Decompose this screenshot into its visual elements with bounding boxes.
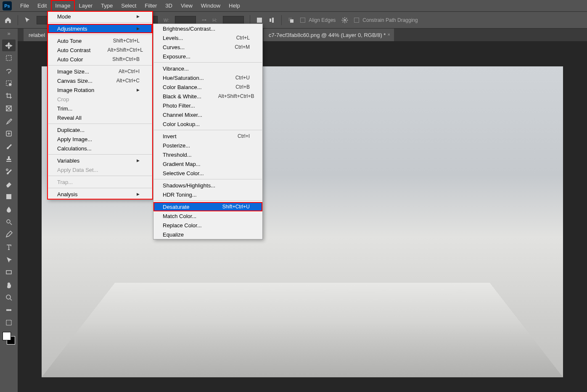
menu-item-invert[interactable]: InvertCtrl+I bbox=[153, 132, 262, 141]
separator bbox=[281, 15, 282, 25]
color-swatches[interactable] bbox=[3, 332, 15, 345]
menu-separator bbox=[48, 22, 152, 23]
menu-image[interactable]: Image bbox=[51, 0, 74, 12]
edit-toolbar-tool[interactable] bbox=[2, 317, 16, 329]
menu-shortcut: Ctrl+U bbox=[235, 75, 250, 81]
lasso-tool[interactable] bbox=[2, 65, 16, 76]
pen-tool[interactable] bbox=[2, 229, 16, 240]
close-icon[interactable]: × bbox=[387, 32, 392, 37]
crop-tool[interactable] bbox=[2, 90, 16, 102]
menu-item-hue-saturation-[interactable]: Hue/Saturation...Ctrl+U bbox=[153, 73, 262, 82]
eraser-tool[interactable] bbox=[2, 178, 16, 190]
gradient-tool[interactable] bbox=[2, 191, 16, 203]
menu-item-color-lookup-[interactable]: Color Lookup... bbox=[153, 119, 262, 129]
menu-view[interactable]: View bbox=[177, 0, 197, 12]
width-input[interactable] bbox=[175, 16, 196, 24]
height-input[interactable] bbox=[223, 16, 244, 24]
menu-item-label: Analysis bbox=[57, 191, 77, 197]
quick-select-tool[interactable] bbox=[2, 77, 16, 89]
menu-item-label: Gradient Map... bbox=[163, 161, 201, 167]
menu-item-posterize-[interactable]: Posterize... bbox=[153, 141, 262, 150]
menu-item-apply-data-set-: Apply Data Set... bbox=[48, 165, 152, 174]
move-tool[interactable] bbox=[2, 39, 16, 51]
menu-item-duplicate-[interactable]: Duplicate... bbox=[48, 125, 152, 134]
menu-item-label: Image Size... bbox=[57, 68, 89, 75]
eyedropper-tool[interactable] bbox=[2, 115, 16, 127]
menu-item-reveal-all[interactable]: Reveal All bbox=[48, 113, 152, 122]
menu-item-label: Selective Color... bbox=[163, 170, 204, 176]
menu-item-threshold-[interactable]: Threshold... bbox=[153, 150, 262, 159]
menu-item-equalize[interactable]: Equalize bbox=[153, 230, 262, 239]
menu-item-curves-[interactable]: Curves...Ctrl+M bbox=[153, 42, 262, 52]
frame-tool[interactable] bbox=[2, 103, 16, 114]
menu-item-image-rotation[interactable]: Image Rotation bbox=[48, 85, 152, 95]
menu-item-mode[interactable]: Mode bbox=[48, 12, 152, 21]
menu-separator bbox=[48, 124, 152, 124]
menu-item-hdr-toning-[interactable]: HDR Toning... bbox=[153, 190, 262, 199]
svg-rect-1 bbox=[270, 18, 271, 22]
menu-separator bbox=[48, 34, 152, 35]
menu-item-analysis[interactable]: Analysis bbox=[48, 189, 152, 199]
menu-item-photo-filter-[interactable]: Photo Filter... bbox=[153, 101, 262, 110]
stamp-tool[interactable] bbox=[2, 153, 16, 165]
menu-item-calculations-[interactable]: Calculations... bbox=[48, 144, 152, 153]
menu-item-match-color-[interactable]: Match Color... bbox=[153, 211, 262, 221]
rectangle-tool[interactable] bbox=[2, 266, 16, 278]
align-edges-check[interactable]: Align Edges bbox=[300, 17, 336, 23]
menu-item-color-balance-[interactable]: Color Balance...Ctrl+B bbox=[153, 82, 262, 92]
menu-item-black-white-[interactable]: Black & White...Alt+Shift+Ctrl+B bbox=[153, 92, 262, 101]
menu-filter[interactable]: Filter bbox=[140, 0, 161, 12]
hand-tool[interactable] bbox=[2, 279, 16, 291]
h-label: H: bbox=[212, 18, 217, 23]
menu-item-replace-color-[interactable]: Replace Color... bbox=[153, 221, 262, 230]
toolbox-collapse-icon[interactable]: » bbox=[0, 29, 18, 38]
menu-type[interactable]: Type bbox=[97, 0, 117, 12]
menu-file[interactable]: File bbox=[16, 0, 33, 12]
menu-help[interactable]: Help bbox=[225, 0, 244, 12]
menu-item-image-size-[interactable]: Image Size...Alt+Ctrl+I bbox=[48, 67, 152, 76]
menu-item-vibrance-[interactable]: Vibrance... bbox=[153, 64, 262, 73]
align-icon[interactable] bbox=[269, 17, 275, 24]
pointer-icon[interactable] bbox=[24, 17, 31, 24]
menu-item-auto-color[interactable]: Auto ColorShift+Ctrl+B bbox=[48, 55, 152, 64]
type-tool[interactable] bbox=[2, 241, 16, 253]
menu-item-variables[interactable]: Variables bbox=[48, 156, 152, 165]
path-ops-icon[interactable] bbox=[256, 17, 263, 24]
menu-item-shadows-highlights-[interactable]: Shadows/Highlights... bbox=[153, 181, 262, 190]
home-icon[interactable] bbox=[4, 16, 12, 24]
menu-item-apply-image-[interactable]: Apply Image... bbox=[48, 134, 152, 144]
menu-item-levels-[interactable]: Levels...Ctrl+L bbox=[153, 33, 262, 42]
more-tool[interactable] bbox=[2, 304, 16, 316]
arrange-icon[interactable] bbox=[288, 17, 294, 24]
marquee-tool[interactable] bbox=[2, 52, 16, 64]
menu-item-adjustments[interactable]: Adjustments bbox=[48, 24, 152, 33]
menu-item-label: Levels... bbox=[163, 35, 183, 41]
menu-window[interactable]: Window bbox=[197, 0, 225, 12]
healing-tool[interactable] bbox=[2, 128, 16, 139]
menu-item-desaturate[interactable]: DesaturateShift+Ctrl+U bbox=[153, 202, 262, 211]
menu-item-auto-contrast[interactable]: Auto ContrastAlt+Shift+Ctrl+L bbox=[48, 45, 152, 55]
zoom-tool[interactable] bbox=[2, 292, 16, 303]
menu-item-canvas-size-[interactable]: Canvas Size...Alt+Ctrl+C bbox=[48, 76, 152, 85]
brush-tool[interactable] bbox=[2, 140, 16, 152]
menu-select[interactable]: Select bbox=[117, 0, 140, 12]
dodge-tool[interactable] bbox=[2, 216, 16, 228]
menu-item-gradient-map-[interactable]: Gradient Map... bbox=[153, 159, 262, 168]
menu-item-exposure-[interactable]: Exposure... bbox=[153, 52, 262, 61]
menu-item-channel-mixer-[interactable]: Channel Mixer... bbox=[153, 110, 262, 119]
link-wh-icon[interactable]: ⊶ bbox=[202, 17, 206, 23]
menu-item-selective-color-[interactable]: Selective Color... bbox=[153, 168, 262, 178]
menu-layer[interactable]: Layer bbox=[75, 0, 97, 12]
menu-edit[interactable]: Edit bbox=[33, 0, 51, 12]
document-tab[interactable]: c7-7ecf3fab8c60.png @ 44% (Layer 0, RGB/… bbox=[264, 29, 394, 41]
gear-icon[interactable] bbox=[341, 17, 348, 24]
menu-item-trap-: Trap... bbox=[48, 177, 152, 187]
path-select-tool[interactable] bbox=[2, 254, 16, 266]
menu-item-brightness-contrast-[interactable]: Brightness/Contrast... bbox=[153, 24, 262, 33]
menu-item-auto-tone[interactable]: Auto ToneShift+Ctrl+L bbox=[48, 36, 152, 45]
history-brush-tool[interactable] bbox=[2, 166, 16, 177]
blur-tool[interactable] bbox=[2, 203, 16, 215]
menu-3d[interactable]: 3D bbox=[161, 0, 177, 12]
constrain-check[interactable]: Constrain Path Dragging bbox=[354, 17, 418, 23]
menu-item-trim-[interactable]: Trim... bbox=[48, 104, 152, 113]
